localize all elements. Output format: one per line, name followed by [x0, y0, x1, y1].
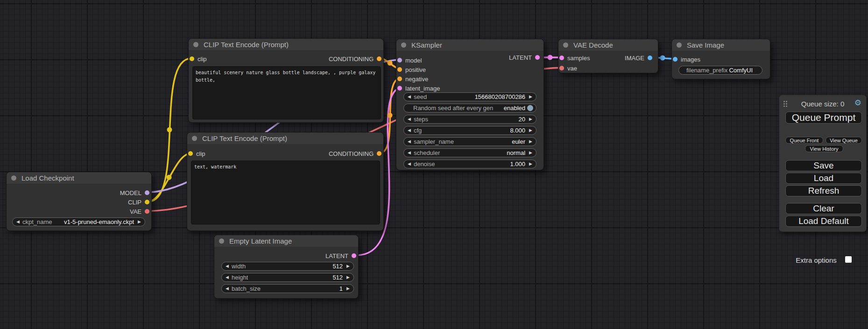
- collapse-dot-icon[interactable]: [11, 175, 16, 181]
- queue-front-button[interactable]: Queue Front: [785, 137, 823, 144]
- node-title: VAE Decode: [573, 41, 613, 49]
- view-queue-button[interactable]: View Queue: [826, 137, 862, 144]
- step-right-icon[interactable]: ▶: [346, 275, 350, 280]
- seed-widget[interactable]: ◀ seed 156680208700286 ▶: [403, 92, 536, 101]
- prompt-textarea[interactable]: text, watermark: [191, 161, 380, 224]
- node-titlebar[interactable]: Empty Latent Image: [214, 235, 358, 247]
- positive-input-port[interactable]: [397, 67, 402, 72]
- scheduler-widget[interactable]: ◀ scheduler normal ▶: [403, 148, 536, 157]
- extra-options-checkbox[interactable]: [845, 256, 852, 263]
- node-clip-text-encode-negative[interactable]: CLIP Text Encode (Prompt) clip CONDITION…: [187, 132, 384, 231]
- node-titlebar[interactable]: VAE Decode: [558, 39, 658, 51]
- latent-image-input-port[interactable]: [397, 86, 402, 91]
- step-right-icon[interactable]: ▶: [529, 95, 532, 99]
- widget-value: normal: [507, 149, 525, 156]
- vae-output-port[interactable]: [145, 209, 149, 214]
- widget-value: 8.000: [510, 127, 526, 134]
- node-empty-latent-image[interactable]: Empty Latent Image LATENT ◀ width 512 ▶ …: [214, 235, 359, 299]
- collapse-dot-icon[interactable]: [219, 238, 224, 244]
- node-titlebar[interactable]: CLIP Text Encode (Prompt): [189, 39, 383, 51]
- output-label-image: IMAGE: [625, 55, 644, 62]
- latent-output-port[interactable]: [352, 253, 356, 258]
- node-clip-text-encode-positive[interactable]: CLIP Text Encode (Prompt) clip CONDITION…: [188, 38, 384, 123]
- collapse-dot-icon[interactable]: [401, 42, 406, 48]
- latent-output-port[interactable]: [535, 55, 540, 60]
- step-right-icon[interactable]: ▶: [529, 162, 532, 166]
- clear-button[interactable]: Clear: [785, 203, 862, 214]
- node-load-checkpoint[interactable]: Load Checkpoint MODEL CLIP VAE ◀ ckpt_na…: [6, 172, 152, 231]
- step-left-icon[interactable]: ◀: [408, 117, 411, 121]
- conditioning-output-port[interactable]: [377, 56, 381, 61]
- model-output-port[interactable]: [145, 190, 149, 195]
- batch-size-widget[interactable]: ◀ batch_size 1 ▶: [221, 284, 354, 293]
- node-title: KSampler: [411, 41, 442, 49]
- clip-input-port[interactable]: [188, 151, 193, 156]
- load-button[interactable]: Load: [785, 173, 862, 184]
- save-button[interactable]: Save: [785, 160, 862, 171]
- widget-label: Random seed after every gen: [413, 105, 493, 112]
- step-right-icon[interactable]: ▶: [346, 264, 350, 268]
- step-left-icon[interactable]: ◀: [226, 275, 229, 280]
- vae-input-port[interactable]: [559, 66, 564, 70]
- sampler-name-widget[interactable]: ◀ sampler_name euler ▶: [403, 137, 536, 146]
- step-left-icon[interactable]: ◀: [408, 162, 411, 166]
- node-vae-decode[interactable]: VAE Decode samples IMAGE vae: [558, 39, 658, 73]
- step-right-icon[interactable]: ▶: [529, 151, 532, 155]
- refresh-button[interactable]: Refresh: [785, 185, 862, 196]
- node-titlebar[interactable]: Save Image: [672, 39, 770, 51]
- random-seed-toggle-widget[interactable]: Random seed after every gen enabled: [403, 104, 536, 112]
- step-right-icon[interactable]: ▶: [529, 117, 532, 121]
- view-history-button[interactable]: View History: [805, 145, 843, 152]
- model-input-port[interactable]: [397, 58, 402, 63]
- node-save-image[interactable]: Save Image images filename_prefix ComfyU…: [671, 39, 770, 79]
- collapse-dot-icon[interactable]: [563, 42, 568, 48]
- collapse-dot-icon[interactable]: [192, 136, 197, 141]
- denoise-widget[interactable]: ◀ denoise 1.000 ▶: [403, 160, 536, 168]
- node-ksampler[interactable]: KSampler LATENT model positive negative …: [396, 39, 544, 170]
- ckpt-name-widget[interactable]: ◀ ckpt_name v1-5-pruned-emaonly.ckpt ▶: [12, 217, 145, 226]
- images-input-port[interactable]: [673, 57, 677, 62]
- input-label-model: model: [405, 57, 422, 64]
- samples-input-port[interactable]: [559, 56, 564, 60]
- load-default-button[interactable]: Load Default: [785, 216, 862, 227]
- step-left-icon[interactable]: ◀: [16, 220, 20, 224]
- output-label-latent: LATENT: [325, 252, 348, 259]
- step-left-icon[interactable]: ◀: [408, 151, 411, 155]
- widget-value: 20: [519, 116, 525, 123]
- widget-label: height: [232, 274, 248, 281]
- queue-prompt-button[interactable]: Queue Prompt: [785, 112, 862, 124]
- node-title: CLIP Text Encode (Prompt): [202, 134, 287, 142]
- output-label-vae: VAE: [130, 208, 141, 215]
- gear-icon[interactable]: ⚙: [854, 99, 861, 107]
- collapse-dot-icon[interactable]: [677, 42, 682, 48]
- input-label-negative: negative: [405, 76, 428, 83]
- height-widget[interactable]: ◀ height 512 ▶: [221, 273, 354, 282]
- cfg-widget[interactable]: ◀ cfg 8.000 ▶: [403, 126, 536, 135]
- collapse-dot-icon[interactable]: [193, 42, 198, 47]
- step-right-icon[interactable]: ▶: [529, 128, 532, 133]
- input-label-samples: samples: [567, 55, 590, 62]
- step-right-icon[interactable]: ▶: [138, 220, 141, 224]
- node-titlebar[interactable]: Load Checkpoint: [7, 172, 151, 184]
- steps-widget[interactable]: ◀ steps 20 ▶: [403, 115, 536, 124]
- width-widget[interactable]: ◀ width 512 ▶: [221, 262, 354, 271]
- step-right-icon[interactable]: ▶: [529, 140, 532, 144]
- toggle-knob-icon[interactable]: [527, 105, 533, 111]
- node-titlebar[interactable]: KSampler: [396, 39, 543, 51]
- negative-input-port[interactable]: [397, 77, 402, 81]
- clip-output-port[interactable]: [145, 200, 149, 204]
- filename-prefix-widget[interactable]: filename_prefix ComfyUI: [678, 66, 762, 75]
- node-titlebar[interactable]: CLIP Text Encode (Prompt): [187, 133, 383, 145]
- image-output-port[interactable]: [648, 56, 652, 60]
- step-left-icon[interactable]: ◀: [408, 128, 411, 133]
- link-dot: [660, 56, 665, 61]
- step-left-icon[interactable]: ◀: [408, 95, 411, 99]
- widget-value: 156680208700286: [475, 93, 525, 100]
- step-left-icon[interactable]: ◀: [408, 140, 411, 144]
- conditioning-output-port[interactable]: [377, 151, 381, 156]
- step-left-icon[interactable]: ◀: [226, 287, 229, 291]
- prompt-textarea[interactable]: beautiful scenery nature glass bottle la…: [192, 66, 381, 119]
- step-right-icon[interactable]: ▶: [346, 287, 350, 291]
- clip-input-port[interactable]: [190, 56, 194, 61]
- step-left-icon[interactable]: ◀: [226, 264, 229, 268]
